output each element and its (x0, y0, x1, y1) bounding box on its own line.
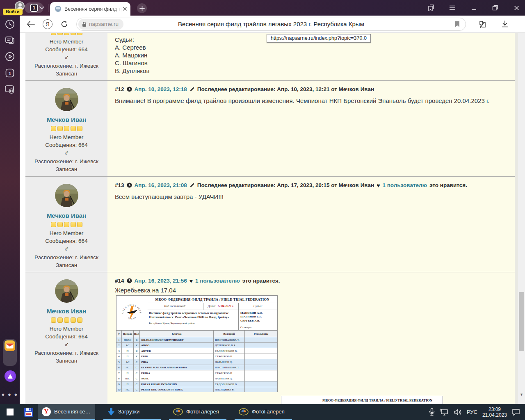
side-panels-icon[interactable] (427, 3, 436, 12)
speaker-icon[interactable] (454, 409, 462, 416)
yandex-home-button[interactable]: Я (43, 19, 52, 29)
entry-cell: НКВС (122, 337, 134, 342)
vertical-scrollbar[interactable]: ▼ (518, 33, 525, 404)
attachment-image-2[interactable]: МКОО ФЕДЕРАЦИЯ ФИЛД ТРАЙЛА / FIELD TRIAL… (281, 396, 443, 404)
post-user-column: Мечков Иван Hero Member Сообщения: 664 ♂… (25, 81, 107, 176)
svg-text:SINCE 2014: SINCE 2014 (128, 316, 136, 320)
entry-cell: К (134, 354, 140, 359)
chevron-down-icon[interactable] (39, 6, 44, 9)
user-avatar[interactable] (55, 279, 78, 303)
save-app-icon[interactable] (20, 404, 38, 420)
url-domain: napsarne.ru (89, 21, 119, 27)
collections-icon[interactable] (477, 19, 487, 30)
start-button[interactable] (0, 404, 20, 420)
reload-button[interactable] (59, 19, 70, 30)
video-icon[interactable] (5, 51, 15, 62)
screenshot-icon[interactable] (5, 84, 15, 95)
star-icon (71, 317, 76, 323)
post-number-link[interactable]: #12 (115, 86, 124, 92)
user-post-count: Сообщения: 664 (25, 46, 107, 52)
attachment-kind-label: Вид состязаний: (147, 303, 203, 309)
gender-icon: ♂ (25, 245, 107, 252)
yandex-browser-icon: Y (42, 407, 51, 416)
microphone-icon[interactable] (429, 408, 435, 416)
taskbar-item-photogallery-1[interactable]: ФотоГалерея (169, 404, 226, 420)
username-link[interactable]: Мечков Иван (25, 116, 107, 123)
entry-row: 1НКВСКGRANAGHBURN SIPAWHISKEYШЕСТОПАЛОВА… (116, 337, 277, 342)
entry-cell: СТАФЕРОВ И. (214, 354, 245, 359)
entry-cell: ELVARE MZE AVALANSH AVRORA (140, 365, 214, 370)
close-button[interactable] (512, 3, 521, 12)
language-indicator[interactable]: РУС (467, 409, 477, 415)
entry-cell: С (134, 365, 140, 370)
taskbar-item-browser[interactable]: Y Весенняя серия ф... (38, 404, 95, 420)
alice-assistant-icon[interactable] (5, 370, 16, 382)
entry-cell: GRANAGHBURN SIPAWHISKEY (140, 337, 214, 342)
user-location: Расположение: г. Ижевск (25, 63, 107, 69)
clock-widget[interactable]: 23:09 21.04.2023 (482, 406, 507, 418)
tab-close-icon[interactable] (123, 7, 127, 11)
taskbar-item-photogallery-2[interactable]: ФотоГалерея (235, 404, 292, 420)
attachment-image-draw-table[interactable]: FIELD TRIAL FEDERATION SINCE 2014 МКОО Ф… (116, 295, 278, 392)
post-user-column: Мечков Иван Hero Member Сообщения: 664 ♂… (25, 272, 107, 404)
entry-cell (245, 348, 277, 354)
browser-tab[interactable]: Весенняя серия филд тр (50, 2, 130, 16)
post-message-column: #12 Апр. 10, 2023, 12:18 Последнее редак… (107, 81, 515, 176)
user-rank: Hero Member (25, 326, 107, 332)
page-right-margin (515, 33, 518, 404)
address-bar[interactable]: napsarne.ru Весенняя серия филд трайлов … (76, 18, 466, 31)
action-center-icon[interactable] (512, 409, 520, 416)
post-edited-note: Последнее редактирование: Апр. 17, 2023,… (197, 182, 374, 188)
likes-count-link[interactable]: 1 пользователю (195, 278, 240, 284)
post-date: Апр. 16, 2023, 21:56 (135, 278, 187, 284)
network-icon[interactable] (440, 409, 449, 416)
restore-button[interactable] (491, 3, 500, 12)
username-link[interactable]: Мечков Иван (25, 308, 107, 315)
new-tab-button[interactable] (137, 3, 147, 13)
lock-icon (82, 21, 87, 27)
entry-cell: П (122, 381, 134, 387)
heart-icon: ♥ (189, 278, 193, 284)
likes-count-link[interactable]: 1 пользователю (382, 182, 427, 188)
federation-logo-icon: FIELD TRIAL FEDERATION SINCE 2014 (116, 296, 147, 330)
downloads-icon[interactable] (500, 19, 510, 30)
star-icon (77, 222, 82, 227)
user-avatar[interactable] (55, 184, 78, 207)
entry-row: 4ПКERIKСТАФЕРОВ И. (116, 354, 277, 359)
logged-label: Записан (25, 166, 107, 172)
star-icon (71, 222, 76, 227)
feed-icon[interactable] (5, 35, 15, 46)
user-location: Расположение: г. Ижевск (25, 254, 107, 260)
entry-cell: 1 (116, 337, 122, 342)
star-icon (64, 126, 69, 131)
entry-cell: АС (122, 343, 134, 348)
minimize-button[interactable] (469, 3, 478, 12)
menu-icon[interactable] (448, 3, 457, 12)
post-number-link[interactable]: #13 (115, 182, 124, 188)
signin-button[interactable]: Войти (3, 9, 23, 15)
pencil-icon (189, 183, 195, 188)
entry-cell (245, 381, 277, 387)
attachment-header: FIELD TRIAL FEDERATION SINCE 2014 МКОО Ф… (116, 296, 277, 331)
attachment-trainees-label: Стажеры: (240, 326, 276, 329)
mail-icon[interactable] (5, 340, 15, 351)
scrollbar-thumb[interactable] (519, 292, 524, 351)
user-location: Расположение: г. Ижевск (25, 158, 107, 164)
back-button[interactable] (25, 19, 36, 30)
bookmark-flag-icon[interactable] (455, 21, 460, 27)
site-identity-chip[interactable]: napsarne.ru (78, 19, 123, 30)
attachment2-logo-cell (281, 396, 312, 404)
sidebar-more-icon[interactable]: ● ● ● (0, 391, 20, 397)
tabs-panel-icon[interactable]: 1 (5, 68, 15, 78)
history-icon[interactable] (5, 19, 15, 30)
star-icon (77, 317, 82, 323)
post-header: #13 Апр. 16, 2023, 21:08 Последнее редак… (115, 177, 507, 188)
username-link[interactable]: Мечков Иван (25, 212, 107, 219)
post-number-link[interactable]: #14 (115, 278, 124, 284)
entry-cell: ЛАТЫШЕВ Д. (214, 359, 245, 365)
user-avatar[interactable] (55, 88, 78, 111)
sidebar-apps-group (3, 339, 17, 366)
scrollbar-down-arrow[interactable]: ▼ (518, 393, 525, 397)
entry-cell: 6 (116, 365, 122, 370)
taskbar-item-downloads[interactable]: Загрузки (103, 404, 161, 420)
